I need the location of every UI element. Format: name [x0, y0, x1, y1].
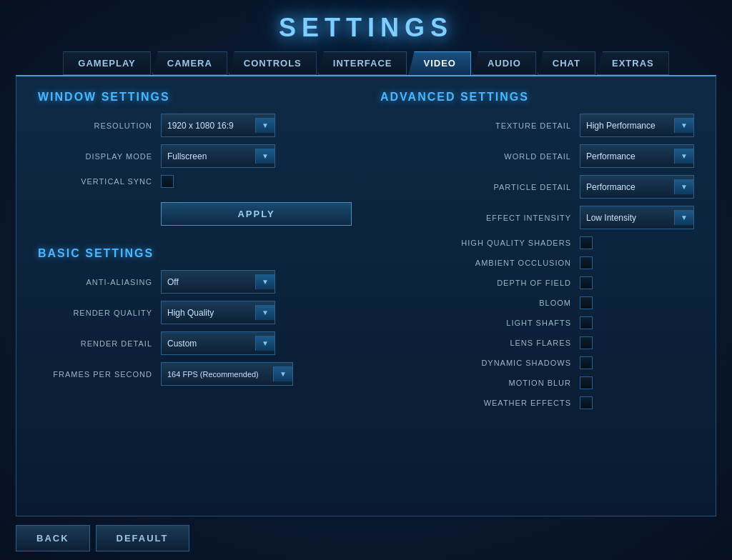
display-mode-label: DISPLAY MODE: [38, 152, 152, 161]
effect-intensity-row: EFFECT INTENSITY Low Intensity ▼: [380, 206, 694, 229]
vsync-checkbox-container: [161, 175, 174, 188]
default-button[interactable]: DEFAULT: [96, 525, 189, 551]
render-quality-value: High Quality: [167, 308, 214, 318]
particle-detail-label: PARTICLE DETAIL: [380, 183, 571, 191]
content-area: WINDOW SETTINGS RESOLUTION 1920 x 1080 1…: [16, 75, 716, 516]
world-detail-value: Performance: [586, 151, 635, 161]
tab-gameplay[interactable]: GAMEPLAY: [63, 51, 150, 75]
lens-flares-row: LENS FLARES: [380, 336, 694, 349]
particle-detail-value: Performance: [586, 182, 635, 192]
light-shafts-checkbox[interactable]: [580, 316, 593, 329]
fps-value: 164 FPS (Recommended): [167, 370, 259, 379]
render-quality-arrow: ▼: [255, 305, 274, 320]
ambient-occlusion-label: AMBIENT OCCLUSION: [380, 259, 571, 267]
texture-detail-dropdown[interactable]: High Performance ▼: [580, 114, 694, 137]
render-detail-dropdown[interactable]: Custom ▼: [161, 331, 275, 355]
advanced-settings-header: ADVANCED SETTINGS: [380, 91, 694, 104]
window-settings-section: WINDOW SETTINGS RESOLUTION 1920 x 1080 1…: [38, 91, 352, 226]
display-mode-value: Fullscreen: [167, 151, 207, 161]
vsync-row: VERTICAL SYNC: [38, 175, 352, 188]
light-shafts-label: LIGHT SHAFTS: [380, 319, 571, 327]
vsync-label: VERTICAL SYNC: [38, 177, 152, 186]
world-detail-arrow: ▼: [674, 149, 693, 164]
dynamic-shadows-checkbox[interactable]: [580, 356, 593, 369]
basic-settings-header: BASIC SETTINGS: [38, 247, 352, 260]
render-detail-row: RENDER DETAIL Custom ▼: [38, 331, 352, 355]
resolution-dropdown[interactable]: 1920 x 1080 16:9 ▼: [161, 114, 275, 137]
lens-flares-checkbox[interactable]: [580, 336, 593, 349]
resolution-dropdown-arrow: ▼: [255, 118, 274, 133]
anti-aliasing-arrow: ▼: [255, 274, 274, 289]
resolution-label: RESOLUTION: [38, 121, 152, 130]
anti-aliasing-row: ANTI-ALIASING Off ▼: [38, 270, 352, 294]
depth-of-field-control: [580, 276, 694, 289]
world-detail-control: Performance ▼: [580, 144, 694, 168]
render-detail-arrow: ▼: [255, 336, 274, 351]
dynamic-shadows-label: DYNAMIC SHADOWS: [380, 359, 571, 367]
tab-audio[interactable]: AUDIO: [473, 51, 536, 75]
weather-effects-label: WEATHER EFFECTS: [380, 399, 571, 407]
tab-interface[interactable]: INTERFACE: [318, 51, 407, 75]
bloom-checkbox[interactable]: [580, 296, 593, 309]
display-mode-dropdown-arrow: ▼: [255, 149, 274, 164]
motion-blur-row: MOTION BLUR: [380, 376, 694, 389]
ambient-occlusion-checkbox[interactable]: [580, 256, 593, 269]
resolution-value: 1920 x 1080 16:9: [167, 121, 234, 131]
ambient-occlusion-control: [580, 256, 694, 269]
effect-intensity-dropdown[interactable]: Low Intensity ▼: [580, 206, 694, 229]
tab-extras[interactable]: EXTRAS: [597, 51, 669, 75]
tab-bar: GAMEPLAY CAMERA CONTROLS INTERFACE VIDEO…: [63, 51, 668, 75]
fps-dropdown[interactable]: 164 FPS (Recommended) ▼: [161, 362, 293, 386]
window-settings-header: WINDOW SETTINGS: [38, 91, 352, 104]
high-quality-shaders-label: HIGH QUALITY SHADERS: [380, 239, 571, 247]
bloom-control: [580, 296, 694, 309]
main-container: SETTINGS GAMEPLAY CAMERA CONTROLS INTERF…: [0, 0, 732, 560]
weather-effects-checkbox[interactable]: [580, 396, 593, 409]
texture-detail-value: High Performance: [586, 121, 656, 131]
weather-effects-row: WEATHER EFFECTS: [380, 396, 694, 409]
particle-detail-dropdown[interactable]: Performance ▼: [580, 175, 694, 199]
world-detail-row: WORLD DETAIL Performance ▼: [380, 144, 694, 168]
high-quality-shaders-row: HIGH QUALITY SHADERS: [380, 236, 694, 249]
light-shafts-row: LIGHT SHAFTS: [380, 316, 694, 329]
depth-of-field-checkbox[interactable]: [580, 276, 593, 289]
apply-button[interactable]: APPLY: [161, 202, 352, 226]
ambient-occlusion-row: AMBIENT OCCLUSION: [380, 256, 694, 269]
display-mode-dropdown[interactable]: Fullscreen ▼: [161, 144, 275, 168]
world-detail-dropdown[interactable]: Performance ▼: [580, 144, 694, 168]
motion-blur-control: [580, 376, 694, 389]
display-mode-row: DISPLAY MODE Fullscreen ▼: [38, 144, 352, 168]
tab-controls[interactable]: CONTROLS: [229, 51, 317, 75]
basic-settings-section: BASIC SETTINGS ANTI-ALIASING Off ▼ RENDE…: [38, 247, 352, 393]
render-quality-dropdown[interactable]: High Quality ▼: [161, 301, 275, 324]
vsync-checkbox[interactable]: [161, 175, 174, 188]
particle-detail-row: PARTICLE DETAIL Performance ▼: [380, 175, 694, 199]
anti-aliasing-label: ANTI-ALIASING: [38, 278, 152, 286]
back-button[interactable]: BACK: [16, 525, 90, 551]
effect-intensity-label: EFFECT INTENSITY: [380, 214, 571, 222]
dynamic-shadows-row: DYNAMIC SHADOWS: [380, 356, 694, 369]
tab-chat[interactable]: CHAT: [538, 51, 595, 75]
render-quality-label: RENDER QUALITY: [38, 309, 152, 317]
world-detail-label: WORLD DETAIL: [380, 152, 571, 161]
anti-aliasing-value: Off: [167, 277, 179, 287]
tab-video[interactable]: VIDEO: [408, 51, 470, 75]
high-quality-shaders-checkbox[interactable]: [580, 236, 593, 249]
light-shafts-control: [580, 316, 694, 329]
particle-detail-control: Performance ▼: [580, 175, 694, 199]
motion-blur-label: MOTION BLUR: [380, 379, 571, 387]
texture-detail-row: TEXTURE DETAIL High Performance ▼: [380, 114, 694, 137]
page-title: SETTINGS: [279, 13, 453, 43]
depth-of-field-label: DEPTH OF FIELD: [380, 279, 571, 287]
texture-detail-control: High Performance ▼: [580, 114, 694, 137]
anti-aliasing-dropdown[interactable]: Off ▼: [161, 270, 275, 294]
motion-blur-checkbox[interactable]: [580, 376, 593, 389]
weather-effects-control: [580, 396, 694, 409]
resolution-row: RESOLUTION 1920 x 1080 16:9 ▼: [38, 114, 352, 137]
fps-label: FRAMES PER SECOND: [38, 370, 152, 379]
texture-detail-label: TEXTURE DETAIL: [380, 121, 571, 130]
render-quality-row: RENDER QUALITY High Quality ▼: [38, 301, 352, 324]
fps-row: FRAMES PER SECOND 164 FPS (Recommended) …: [38, 362, 352, 386]
particle-detail-arrow: ▼: [674, 179, 693, 194]
tab-camera[interactable]: CAMERA: [152, 51, 227, 75]
